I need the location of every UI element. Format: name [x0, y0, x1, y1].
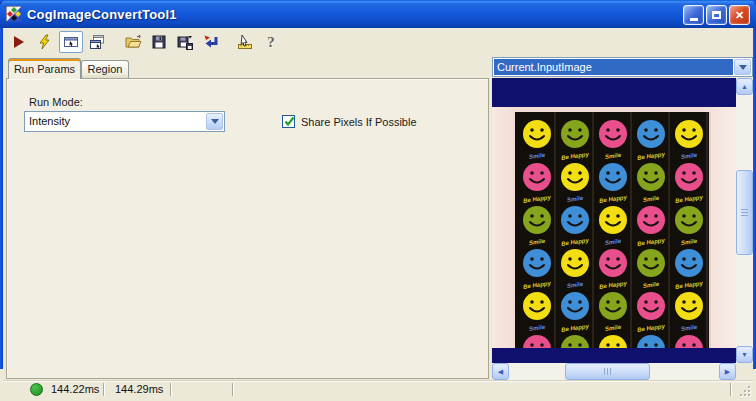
horizontal-scrollbar[interactable]: ◀ ▶ — [492, 363, 736, 380]
total-time-value: 144.29ms — [115, 383, 163, 395]
copy-window-icon — [89, 34, 105, 50]
tab-run-params[interactable]: Run Params — [8, 58, 81, 79]
status-indicator — [30, 383, 43, 396]
scroll-right-button[interactable]: ▶ — [719, 363, 736, 380]
float-result-window-button[interactable] — [59, 31, 83, 53]
smiley-pink: Be Happy — [632, 291, 670, 333]
float-result-window-icon — [63, 34, 79, 50]
toolbar: ? — [3, 28, 753, 56]
smiley-yellow: Smile — [594, 205, 632, 247]
record-selector-combobox[interactable]: Current.InputImage — [492, 57, 753, 77]
smiley-yellow: Smile — [556, 248, 594, 290]
run-time-value: 144.22ms — [51, 383, 99, 395]
smiley-green: Smile — [518, 205, 556, 247]
run-params-page: Run Mode: Intensity Share Pixels If Poss… — [6, 78, 489, 379]
copy-window-button[interactable] — [85, 31, 109, 53]
minimize-button[interactable] — [683, 5, 704, 25]
chevron-down-icon[interactable] — [206, 113, 223, 130]
smiley-green: Smile — [632, 248, 670, 290]
smiley-blue: Be Happy — [556, 291, 594, 333]
smiley-grid: SmileBe HappySmileBe HappySmileBe HappyS… — [492, 78, 736, 363]
scroll-left-button[interactable]: ◀ — [492, 363, 509, 380]
titlebar[interactable]: CogImageConvertTool1 ✕ — [0, 0, 756, 28]
tool-window: CogImageConvertTool1 ✕ — [0, 0, 756, 401]
revert-button[interactable] — [199, 31, 223, 53]
vertical-scrollbar[interactable]: ▲ ▼ — [736, 78, 753, 363]
run-mode-value: Intensity — [25, 112, 205, 131]
scroll-down-button[interactable]: ▼ — [736, 346, 753, 363]
minimize-icon — [690, 18, 698, 21]
app-icon — [6, 6, 22, 22]
pointer-ruler-button[interactable] — [233, 31, 257, 53]
electric-run-icon — [37, 34, 53, 50]
statusbar: 144.22ms 144.29ms — [3, 380, 753, 397]
scrollbar-corner — [736, 363, 753, 380]
scroll-up-button[interactable]: ▲ — [736, 78, 753, 95]
smiley-yellow: Smile — [670, 119, 708, 161]
smiley-yellow: Smile — [518, 119, 556, 161]
open-button[interactable] — [121, 31, 145, 53]
record-selector-value: Current.InputImage — [494, 59, 733, 75]
window-border — [0, 0, 3, 369]
status-separator — [103, 383, 105, 396]
close-icon: ✕ — [735, 9, 744, 22]
chevron-down-icon[interactable] — [734, 59, 751, 75]
status-separator — [730, 383, 732, 396]
smiley-blue: Be Happy — [556, 205, 594, 247]
run-button[interactable] — [7, 31, 31, 53]
help-button[interactable]: ? — [259, 31, 283, 53]
smiley-blue: Be Happy — [594, 162, 632, 204]
smiley-pink: Be Happy — [632, 205, 670, 247]
electric-run-button[interactable] — [33, 31, 57, 53]
save-icon — [151, 34, 167, 50]
vertical-scroll-thumb[interactable] — [736, 170, 753, 255]
smiley-yellow: Smile — [518, 291, 556, 333]
smiley-yellow: Smile — [670, 291, 708, 333]
smiley-pink: Smile — [594, 119, 632, 161]
run-mode-combobox[interactable]: Intensity — [24, 111, 225, 132]
smiley-blue: Be Happy — [632, 119, 670, 161]
image-top-band — [492, 78, 736, 107]
image-viewport: SmileBe HappySmileBe HappySmileBe HappyS… — [492, 78, 736, 363]
window-title: CogImageConvertTool1 — [27, 7, 177, 22]
run-icon — [11, 34, 27, 50]
save-button[interactable] — [147, 31, 171, 53]
horizontal-scroll-thumb[interactable] — [565, 363, 650, 380]
smiley-green: Smile — [670, 205, 708, 247]
smiley-pink: Be Happy — [670, 162, 708, 204]
share-pixels-checkbox[interactable] — [282, 115, 295, 128]
smiley-green: Smile — [632, 162, 670, 204]
save-as-icon — [177, 34, 193, 50]
status-separator — [232, 383, 234, 396]
tab-region[interactable]: Region — [81, 60, 129, 79]
status-separator — [170, 383, 172, 396]
smiley-blue: Be Happy — [670, 248, 708, 290]
resize-grip[interactable] — [738, 384, 751, 397]
maximize-button[interactable] — [706, 5, 727, 25]
smiley-green: Smile — [594, 291, 632, 333]
smiley-pink: Be Happy — [518, 162, 556, 204]
save-as-button[interactable] — [173, 31, 197, 53]
close-button[interactable]: ✕ — [729, 5, 750, 25]
share-pixels-label: Share Pixels If Possible — [301, 116, 417, 128]
help-icon: ? — [267, 34, 275, 51]
open-folder-icon — [125, 34, 142, 50]
image-bottom-band — [492, 348, 736, 363]
smiley-green: Be Happy — [556, 119, 594, 161]
smiley-pink: Be Happy — [594, 248, 632, 290]
smiley-yellow: Smile — [556, 162, 594, 204]
window-content: ? Run Params Region Run Mode: Intensity … — [3, 28, 753, 397]
pointer-ruler-icon — [237, 34, 254, 50]
smiley-blue: Be Happy — [518, 248, 556, 290]
run-mode-label: Run Mode: — [29, 96, 83, 108]
image-display-area: SmileBe HappySmileBe HappySmileBe HappyS… — [492, 78, 753, 380]
maximize-icon — [712, 11, 721, 19]
revert-icon — [203, 34, 219, 50]
checkmark-icon — [283, 115, 296, 128]
